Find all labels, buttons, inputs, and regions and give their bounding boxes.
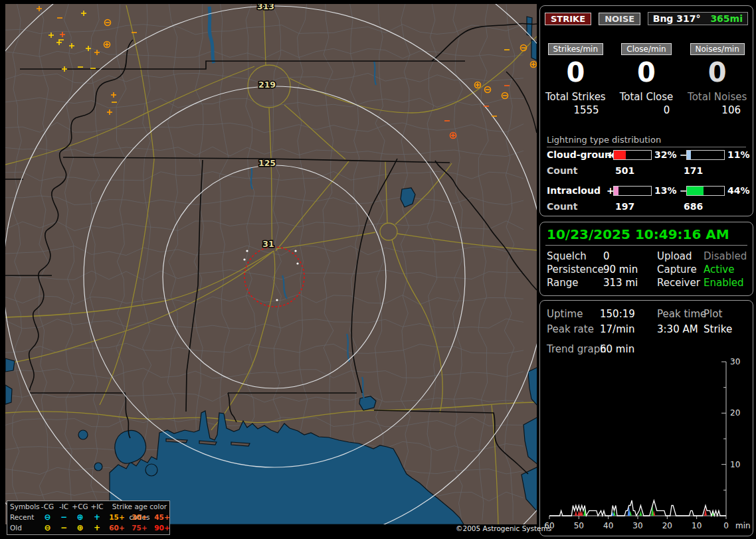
strikes-per-min-button[interactable]: Strikes/min [548, 43, 603, 55]
total-strikes-label: Total Strikes [540, 91, 611, 103]
cg-pos-count: 501 [615, 165, 634, 176]
close-per-min-button[interactable]: Close/min [621, 43, 671, 55]
noises-per-min-button[interactable]: Noises/min [690, 43, 745, 55]
copyright-text: ©2005 Astrogenic Systems [456, 524, 551, 532]
intracloud-count-row: Count 197 686 [540, 201, 753, 213]
age-code-90plus: 90+ [151, 522, 173, 533]
bearing-readout: Bng 317° 365mi [648, 12, 748, 25]
total-strikes-value: 1555 [540, 104, 611, 116]
trend-graph: 1020306050403020100min [541, 354, 753, 532]
old-cg-neg-symbol: ⊖ [39, 522, 56, 533]
old-ic-neg-symbol: − [56, 522, 72, 533]
capture-status: Active [704, 264, 734, 275]
intracloud-row: Intracloud + 13% − 44% [540, 185, 753, 197]
distribution-title: Lightning type distribution [547, 135, 746, 147]
total-noises-value: 106 [682, 104, 753, 116]
peak-time-label: Peak time [657, 308, 706, 320]
upload-status: Disabled [704, 250, 747, 262]
age-code-30plus: 30+ [128, 512, 151, 522]
cg-count-label: Count [547, 165, 578, 176]
datetime-divider [545, 245, 747, 246]
age-code-75plus: 75+ [128, 522, 151, 533]
svg-text:40: 40 [603, 521, 613, 530]
uptime-label: Uptime [547, 308, 583, 320]
legend-header-row: Symbols -CG -IC +CG +IC Strike age color… [7, 501, 169, 512]
svg-text:20: 20 [662, 521, 672, 530]
receiver-label: Receiver [657, 277, 700, 289]
map-legend: Symbols -CG -IC +CG +IC Strike age color… [7, 501, 170, 535]
plot-label: Plot [704, 308, 722, 320]
ring-label-31: 31 [262, 239, 274, 249]
close-per-min-value: 0 [611, 56, 682, 88]
plot-value: Strike [704, 323, 732, 335]
total-noises-label: Total Noises [682, 91, 753, 103]
status-row-squelch: Squelch 0 Upload Disabled [540, 250, 753, 264]
strike-dot [243, 258, 245, 260]
cloud-ground-count-row: Count 501 171 [540, 165, 753, 177]
bearing-value: Bng 317° [653, 13, 701, 24]
range-value: 313 mi [603, 277, 638, 289]
persistence-value: 90 min [603, 264, 638, 275]
lightning-map[interactable]: 31125219313 [5, 4, 537, 524]
bearing-range-value: 365mi [710, 13, 743, 24]
squelch-value: 0 [603, 250, 610, 262]
svg-text:50: 50 [574, 521, 584, 530]
strike-mode-button[interactable]: STRIKE [545, 13, 591, 25]
map-canvas: 31125219313 [5, 4, 537, 524]
total-close-label: Total Close [611, 91, 682, 103]
ring-label-313: 313 [257, 4, 274, 11]
legend-row-recent: Recent⊖−⊕+15+30+45+ [7, 512, 169, 522]
recent-cg-pos-symbol: ⊕ [72, 512, 88, 522]
counters-panel: STRIKE NOISE Bng 317° 365mi Strikes/min … [539, 5, 753, 216]
cg-pos-bar [613, 150, 652, 160]
peak-rate-label: Peak rate [547, 323, 594, 335]
status-row-persistence: Persistence 90 min Capture Active [540, 264, 753, 277]
svg-text:20: 20 [730, 408, 740, 418]
stats-panel: Uptime 150:19 Peak time Plot Peak rate 1… [539, 300, 753, 536]
cg-neg-count: 171 [684, 165, 703, 176]
svg-text:30: 30 [632, 521, 642, 530]
recent-ic-neg-symbol: − [56, 512, 72, 522]
noises-per-min-value: 0 [682, 56, 753, 88]
capture-label: Capture [657, 264, 697, 275]
legend-age-recent: Recent [10, 512, 39, 522]
datetime-display: 10/23/2025 10:49:16 AM [547, 226, 729, 242]
ic-pos-percent: 13% [654, 185, 677, 196]
status-row-range: Range 313 mi Receiver Enabled [540, 277, 753, 290]
svg-text:0: 0 [723, 521, 729, 530]
svg-text:30: 30 [730, 357, 740, 366]
peak-rate-value: 17/min [600, 323, 634, 335]
strike-dot [276, 299, 278, 301]
recent-cg-neg-symbol: ⊖ [39, 512, 56, 522]
status-panel: 10/23/2025 10:49:16 AM Squelch 0 Upload … [539, 222, 753, 296]
cg-neg-bar [686, 150, 725, 160]
age-code-60plus: 60+ [106, 522, 128, 533]
svg-text:min: min [735, 521, 751, 530]
age-code-15plus: 15+ [106, 512, 128, 522]
peak-time-value: 3:30 AM [657, 323, 698, 335]
squelch-label: Squelch [547, 250, 587, 262]
ring-label-219: 219 [258, 80, 276, 90]
strike-dot [294, 250, 296, 252]
ring-label-125: 125 [258, 158, 276, 168]
persistence-label: Persistence [547, 264, 604, 275]
ic-neg-bar [686, 186, 725, 196]
strikes-per-min-value: 0 [540, 56, 611, 88]
intracloud-label: Intracloud [547, 185, 601, 196]
cg-pos-percent: 32% [654, 149, 677, 160]
noise-mode-button[interactable]: NOISE [599, 13, 640, 25]
close-counter-column: Close/min 0 Total Close 0 [611, 42, 682, 116]
upload-label: Upload [657, 250, 692, 262]
strike-dot [296, 262, 298, 264]
strike-dot [246, 250, 248, 252]
receiver-status: Enabled [704, 277, 744, 289]
ic-count-label: Count [547, 201, 578, 212]
stats-row-1: Uptime 150:19 Peak time Plot [540, 308, 753, 321]
stats-row-2: Peak rate 17/min 3:30 AM Strike [540, 323, 753, 337]
strikes-counter-column: Strikes/min 0 Total Strikes 1555 [540, 42, 611, 116]
svg-text:10: 10 [730, 460, 740, 469]
ic-pos-count: 197 [615, 201, 634, 212]
total-close-value: 0 [611, 104, 682, 116]
noises-counter-column: Noises/min 0 Total Noises 106 [682, 42, 753, 116]
nexstorm-lightning-app: { "toolbar": { "strike_label": "STRIKE",… [0, 0, 756, 539]
